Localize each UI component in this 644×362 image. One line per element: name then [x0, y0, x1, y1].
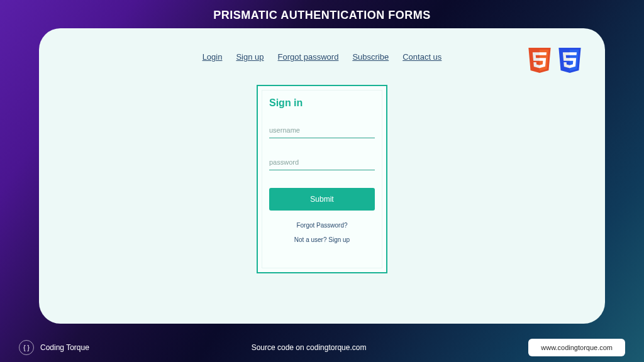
footer-center-text: Source code on codingtorque.com	[252, 343, 367, 352]
password-input[interactable]	[269, 155, 375, 170]
html5-icon	[527, 46, 552, 75]
nav-forgot-password[interactable]: Forgot password	[278, 52, 339, 62]
brand-name: Coding Torque	[40, 343, 89, 352]
signin-title: Sign in	[269, 97, 375, 109]
footer: { } Coding Torque Source code on codingt…	[0, 333, 644, 362]
signup-link[interactable]: Not a user? Sign up	[269, 236, 375, 243]
footer-url-badge[interactable]: www.codingtorque.com	[528, 339, 625, 356]
submit-button[interactable]: Submit	[269, 188, 375, 211]
tech-icons	[527, 46, 582, 75]
brand-logo-icon: { }	[19, 340, 34, 355]
page-title: PRISMATIC AUTHENTICATION FORMS	[0, 0, 644, 28]
signin-form: Sign in Submit Forgot Password? Not a us…	[257, 85, 387, 273]
main-card: Login Sign up Forgot password Subscribe …	[39, 28, 605, 324]
forgot-password-link[interactable]: Forgot Password?	[269, 222, 375, 229]
nav-bar: Login Sign up Forgot password Subscribe …	[63, 52, 581, 62]
footer-brand: { } Coding Torque	[19, 340, 89, 355]
nav-signup[interactable]: Sign up	[236, 52, 264, 62]
nav-contact-us[interactable]: Contact us	[402, 52, 441, 62]
nav-subscribe[interactable]: Subscribe	[352, 52, 389, 62]
nav-login[interactable]: Login	[203, 52, 223, 62]
username-input[interactable]	[269, 123, 375, 138]
css3-icon	[557, 46, 582, 75]
